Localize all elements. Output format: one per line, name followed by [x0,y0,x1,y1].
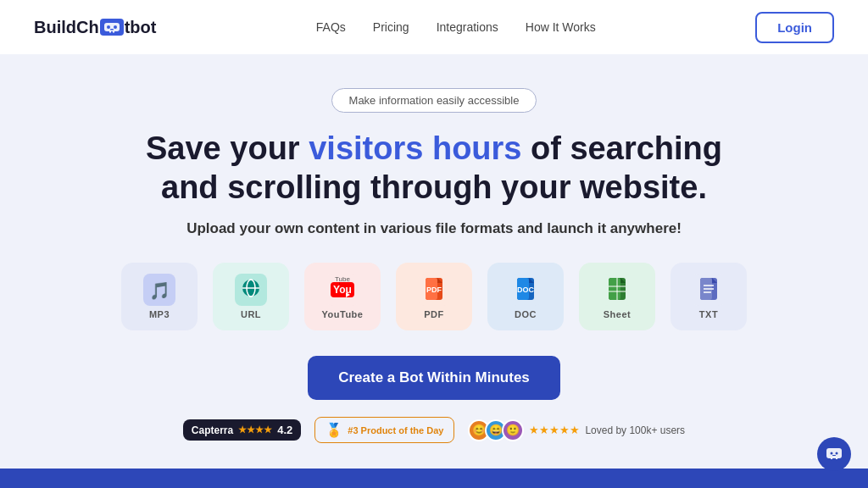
nav-integrations[interactable]: Integrations [437,20,498,34]
svg-point-43 [831,452,833,455]
nav-how-it-works[interactable]: How It Works [526,20,596,34]
nav-faqs[interactable]: FAQs [316,20,346,34]
mp3-svg-icon: 🎵 [143,274,175,306]
review-text: Loved by 100k+ users [585,424,685,436]
user-avatars: 😊 😄 🙂 [468,419,524,441]
url-svg-icon [235,274,267,306]
svg-rect-47 [836,458,837,459]
sheet-label: Sheet [604,309,631,319]
nav-pricing[interactable]: Pricing [373,20,409,34]
file-icon-sheet: Sheet [579,263,655,330]
doc-svg-icon: DOC [509,274,542,306]
svg-text:DOC: DOC [517,286,535,294]
capterra-badge: Capterra ★★★★ 4.2 [183,419,301,441]
capterra-label: Capterra [192,424,233,436]
file-icons-row: 🎵 MP3 URL You Tube YouTube [17,263,851,330]
svg-rect-5 [113,31,114,33]
file-icon-url: URL [213,263,289,330]
hero-subtitle: Upload your own content in various file … [17,220,851,237]
file-icon-pdf: PDF PDF [396,263,472,330]
hero-title-highlight: visitors hours [309,130,521,166]
hero-title-part1: Save your [146,130,309,166]
pdf-svg-icon: PDF [418,274,450,306]
navbar: BuildCh tbot FAQs Pricing Integrations H… [0,0,868,54]
svg-rect-45 [832,455,836,456]
txt-label: TXT [699,309,718,319]
svg-text:🎵: 🎵 [149,280,170,301]
youtube-svg-icon: You Tube [326,274,359,306]
product-hunt-label: #3 Product of the Day [348,425,443,435]
svg-rect-4 [109,31,111,33]
review-stars: ★★★★★ [529,424,580,436]
cta-button[interactable]: Create a Bot Within Minutes [308,356,560,400]
file-icon-youtube: You Tube YouTube [304,263,381,330]
stats-section: 100K+ Visitors 85% Increase in Visitors … [0,469,868,488]
svg-rect-42 [826,448,842,458]
svg-point-44 [836,452,838,455]
capterra-score: 4.2 [277,424,292,436]
chatbot-float-icon [825,445,843,463]
logo[interactable]: BuildCh tbot [34,18,156,37]
logo-text-before: BuildCh [34,18,99,37]
svg-rect-3 [110,29,114,30]
logo-icon [100,19,124,36]
login-button[interactable]: Login [755,12,834,43]
svg-point-2 [114,25,117,29]
svg-rect-30 [609,278,620,300]
svg-text:You: You [333,284,352,296]
url-label: URL [241,309,261,319]
svg-rect-46 [831,458,832,459]
file-icon-txt: TXT [670,263,747,330]
pdf-label: PDF [424,309,444,319]
avatar-3: 🙂 [502,419,524,441]
hero-section: Make information easily accessible Save … [0,54,868,469]
sheet-svg-icon [601,274,633,306]
capterra-stars: ★★★★ [238,424,272,435]
social-proof: Capterra ★★★★ 4.2 🏅 #3 Product of the Da… [17,417,851,443]
logo-text-after: tbot [125,18,157,37]
chatbot-float-button[interactable] [817,437,851,471]
hero-badge: Make information easily accessible [331,88,537,113]
youtube-label: YouTube [322,309,364,319]
doc-label: DOC [515,309,537,319]
product-hunt-badge: 🏅 #3 Product of the Day [314,417,454,443]
svg-text:Tube: Tube [335,275,350,283]
file-icon-mp3: 🎵 MP3 [121,263,198,330]
user-reviews: 😊 😄 🙂 ★★★★★ Loved by 100k+ users [468,419,685,441]
svg-text:PDF: PDF [426,286,442,294]
mp3-label: MP3 [149,309,170,319]
svg-point-1 [107,25,110,29]
txt-svg-icon [693,274,725,306]
nav-links: FAQs Pricing Integrations How It Works [316,19,596,35]
hero-title: Save your visitors hours of searching an… [129,130,739,207]
product-hunt-icon: 🏅 [326,422,342,438]
file-icon-doc: DOC DOC [487,263,564,330]
